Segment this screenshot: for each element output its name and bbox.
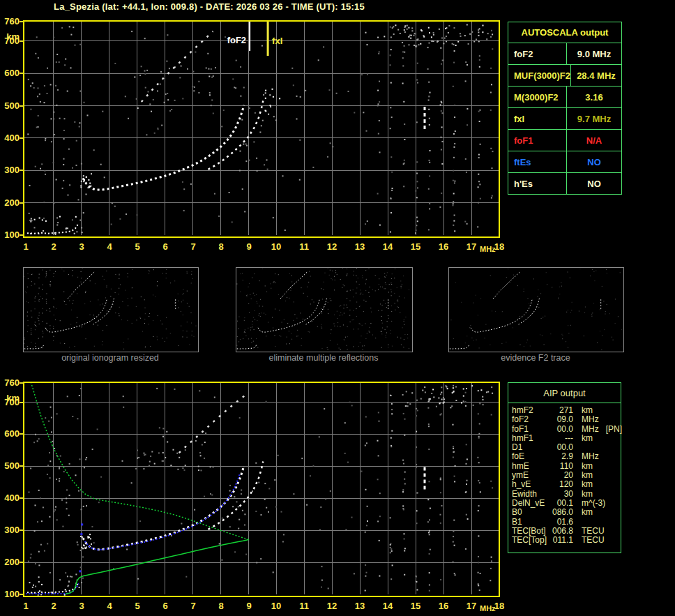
parameter-value: 110 [552, 462, 573, 471]
y-axis-tick-label: 300 [1, 165, 20, 175]
parameter-unit: m^(-3) [582, 499, 605, 508]
parameter-name: h'Es [508, 173, 567, 194]
parameter-name: foF1 [508, 130, 567, 151]
autoscala-row-m3000f2: M(3000)F23.16 [508, 86, 621, 107]
bottom-ionogram-plot [23, 382, 500, 597]
autoscala-row-fxi: fxI9.7 MHz [508, 107, 621, 129]
parameter-name: Ewidth [512, 490, 552, 499]
aip-row-foe: foE2.9MHz [512, 452, 621, 461]
aip-row-delnve: DelN_vE00.1m^(-3) [512, 499, 621, 508]
parameter-name: B0 [512, 508, 552, 517]
y-axis-tick-label: 600 [1, 429, 20, 439]
parameter-name: M(3000)F2 [508, 87, 567, 107]
parameter-name: TEC[Top] [512, 536, 552, 545]
parameter-value: 271 [552, 406, 573, 415]
y-axis-tick-label: 200 [1, 557, 20, 567]
y-axis-tick [20, 562, 23, 563]
y-axis-unit-label: km [1, 393, 20, 403]
x-axis-tick-label: 3 [73, 601, 91, 611]
aip-row-tectop: TEC[Top]011.1TECU [512, 536, 621, 545]
panel-caption-original: original ionogram resized [23, 353, 197, 363]
parameter-unit: km [582, 480, 593, 489]
svg-text:fxI: fxI [272, 36, 282, 46]
x-axis-tick-label: 7 [184, 601, 202, 611]
parameter-name: foF1 [512, 425, 552, 434]
parameter-value: 120 [552, 480, 573, 489]
panel-original-ionogram [23, 267, 199, 352]
parameter-name: hmE [512, 462, 552, 471]
aip-row-hmf2: hmF2271km [512, 406, 621, 415]
x-axis-tick-label: 10 [267, 601, 285, 611]
top-ionogram-plot: foF2fxI [23, 20, 500, 238]
x-axis-tick-label: 15 [407, 601, 425, 611]
parameter-value: N/A [567, 130, 621, 151]
autoscala-row-fof1: foF1N/A [508, 129, 621, 151]
parameter-unit: km [582, 490, 593, 499]
y-axis-tick [20, 73, 23, 74]
x-axis-tick-label: 11 [295, 601, 313, 611]
x-axis-tick-label: 13 [351, 241, 369, 252]
autoscala-row-fof2: foF29.0 MHz [508, 43, 621, 64]
parameter-value: 00.0 [552, 443, 573, 452]
y-axis-tick-label: 760 [1, 378, 20, 388]
panel-caption-evidence: evidence F2 trace [448, 353, 623, 363]
autoscala-table-title: AUTOSCALA output [508, 22, 621, 43]
aip-row-tecbot: TEC[Bot]006.8TECU [512, 527, 621, 536]
parameter-unit: MHz [582, 452, 599, 461]
y-axis-unit-label: km [1, 32, 20, 42]
parameter-name: hmF1 [512, 434, 552, 443]
y-axis-tick [20, 40, 23, 42]
parameter-name: B1 [512, 518, 552, 527]
parameter-name: D1 [512, 443, 552, 452]
y-axis-tick [20, 529, 23, 531]
parameter-unit: MHz [582, 415, 599, 424]
x-axis-tick-label: 14 [379, 601, 397, 611]
x-axis-unit-label: MHz [480, 604, 496, 613]
parameter-value: 3.16 [567, 87, 621, 107]
bottom-ionogram-canvas [23, 382, 500, 597]
aip-row-ewidth: Ewidth30km [512, 490, 621, 499]
y-axis-tick-label: 500 [1, 461, 20, 471]
aip-row-b1: B101.6 [512, 518, 621, 527]
parameter-unit: TECU [582, 527, 605, 536]
y-axis-tick-label: 400 [1, 493, 20, 503]
parameter-unit: km [582, 508, 593, 517]
y-axis-tick-label: 300 [1, 525, 20, 535]
aip-row-d1: D100.0 [512, 443, 621, 452]
x-axis-tick-label: 5 [128, 601, 146, 611]
parameter-unit: km [582, 471, 593, 480]
aip-row-hme: hmE110km [512, 462, 621, 471]
parameter-name: ftEs [508, 151, 567, 172]
y-axis-tick [20, 234, 23, 236]
aip-row-hmf1: hmF1---km [512, 434, 621, 443]
parameter-value: NO [567, 173, 621, 194]
parameter-value: 2.9 [552, 452, 573, 461]
x-axis-tick-label: 4 [100, 241, 119, 252]
parameter-name: TEC[Bot] [512, 527, 552, 536]
parameter-name: MUF(3000)F2 [508, 65, 571, 86]
aip-table-title: AIP output [508, 383, 621, 403]
x-axis-tick-label: 6 [156, 241, 174, 252]
y-axis-tick-label: 500 [1, 101, 20, 111]
y-axis-tick-label: 400 [1, 133, 20, 143]
x-axis-tick-label: 1 [17, 241, 35, 252]
parameter-unit: MHz [582, 425, 599, 434]
parameter-name: DelN_vE [512, 499, 552, 508]
x-axis-tick-label: 15 [407, 241, 425, 252]
autoscala-window: La_Spezia (lat: +44.1, lon: 009.8) - DAT… [0, 0, 675, 616]
parameter-name: foF2 [512, 415, 552, 424]
aip-row-b0: B0086.0km [512, 508, 621, 517]
top-ionogram-canvas: foF2fxI [23, 20, 500, 238]
parameter-name: ymE [512, 471, 552, 480]
parameter-name: foE [512, 452, 552, 461]
y-axis-tick-label: 100 [1, 230, 20, 240]
x-axis-tick-label: 14 [379, 241, 397, 252]
parameter-note: [PN] [606, 425, 622, 434]
mini-ionogram-canvas [24, 268, 197, 350]
x-axis-tick-label: 9 [240, 601, 258, 611]
parameter-value: 09.0 [552, 415, 573, 424]
y-axis-tick [20, 170, 23, 171]
parameter-value: 9.7 MHz [567, 108, 621, 129]
x-axis-tick-label: 4 [100, 601, 119, 611]
y-axis-tick [20, 105, 23, 107]
